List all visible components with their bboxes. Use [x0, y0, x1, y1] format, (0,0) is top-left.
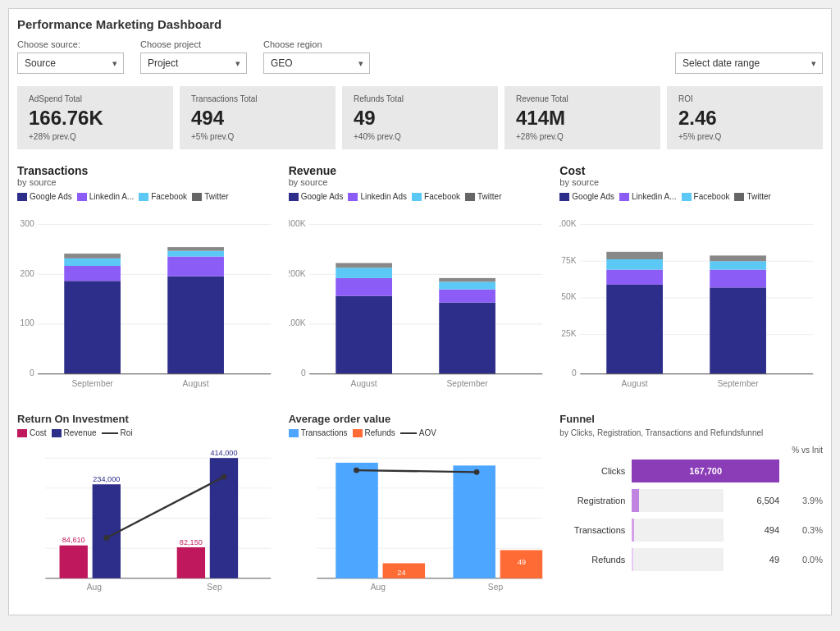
kpi-refunds: Refunds Total 49 +40% prev.Q	[342, 86, 498, 149]
rev-legend-facebook: Facebook	[412, 192, 460, 201]
region-label: Choose region	[263, 39, 370, 49]
svg-rect-52	[710, 287, 767, 373]
revenue-chart-title: Revenue	[289, 164, 552, 177]
region-select[interactable]: GEO	[263, 53, 370, 74]
charts-row: Transactions by source Google Ads Linked…	[17, 164, 823, 398]
funnel-pct-registration: 3.9%	[786, 496, 823, 505]
funnel-panel: Funnel by Clicks, Registration, Transact…	[559, 413, 823, 606]
funnel-pct-refunds: 0.0%	[786, 555, 823, 565]
svg-rect-12	[167, 277, 224, 374]
cost-legend-facebook: Facebook	[682, 192, 730, 201]
svg-text:September: September	[446, 379, 488, 388]
rev-legend-color-google	[289, 193, 299, 201]
roi-legend-label-cost: Cost	[30, 428, 47, 437]
svg-rect-8	[64, 281, 121, 373]
date-range-select-wrapper[interactable]: Select date range	[675, 53, 823, 74]
svg-rect-27	[336, 296, 392, 374]
aov-legend-aov: AOV	[400, 428, 436, 437]
revenue-chart-panel: Revenue by source Google Ads Linkedin Ad…	[289, 164, 552, 398]
svg-rect-14	[167, 251, 224, 257]
roi-legend-label-roi: Roi	[121, 428, 133, 437]
rev-legend-google: Google Ads	[289, 192, 344, 201]
funnel-row-clicks: Clicks 167,700	[559, 460, 823, 482]
region-filter-group: Choose region GEO	[263, 39, 370, 74]
svg-text:24: 24	[397, 569, 405, 577]
funnel-pct-transactions: 0.3%	[786, 525, 823, 535]
kpi-roi: ROI 2.46 +5% prev.Q	[667, 86, 823, 149]
svg-rect-29	[336, 267, 392, 278]
source-select-wrapper[interactable]: Source	[17, 53, 124, 74]
kpi-adspend: AdSpend Total 166.76K +28% prev.Q	[17, 86, 173, 149]
cost-legend: Google Ads Linkedin A... Facebook Twitte…	[559, 192, 823, 201]
source-select[interactable]: Source	[17, 53, 124, 74]
legend-item-facebook: Facebook	[139, 192, 187, 201]
svg-rect-30	[336, 263, 392, 268]
aov-legend-color-aov	[400, 432, 417, 434]
kpi-row: AdSpend Total 166.76K +28% prev.Q Transa…	[17, 86, 823, 149]
aov-chart-svg: 250 24 244 49 Aug Sep	[289, 444, 552, 604]
svg-text:0: 0	[572, 368, 577, 377]
aov-legend-color-transactions	[289, 429, 299, 437]
svg-rect-51	[607, 252, 664, 259]
svg-rect-81	[336, 463, 378, 578]
cost-legend-color-twitter	[734, 193, 744, 201]
svg-text:244: 244	[468, 456, 480, 464]
kpi-adspend-label: AdSpend Total	[29, 94, 162, 103]
svg-rect-10	[64, 258, 121, 266]
svg-text:84,610: 84,610	[62, 536, 85, 544]
svg-rect-32	[439, 290, 495, 303]
svg-text:100: 100	[20, 318, 34, 327]
roi-legend-roi: Roi	[102, 428, 133, 437]
kpi-refunds-label: Refunds Total	[354, 94, 486, 103]
svg-text:August: August	[350, 379, 377, 388]
svg-rect-53	[710, 270, 767, 288]
svg-text:200: 200	[20, 269, 34, 278]
funnel-value-clicks: 167,700	[689, 466, 722, 476]
roi-legend-cost: Cost	[17, 428, 47, 437]
project-filter-group: Choose project Project	[140, 39, 247, 74]
funnel-bar-transactions	[632, 519, 634, 542]
funnel-value-refunds: 49	[730, 555, 779, 565]
funnel-bar-container-registration	[632, 489, 724, 512]
filters-row: Choose source: Source Choose project Pro…	[17, 39, 823, 74]
dashboard: Performance Marketing Dashboard Choose s…	[8, 8, 832, 615]
rev-legend-label-facebook: Facebook	[424, 192, 460, 201]
funnel-bar-refunds	[632, 548, 633, 571]
funnel-label-transactions: Transactions	[559, 525, 625, 535]
project-select[interactable]: Project	[140, 53, 247, 74]
kpi-roi-change: +5% prev.Q	[678, 132, 811, 141]
cost-chart-svg: 100K 75K 50K 25K 0	[559, 208, 823, 396]
kpi-roi-label: ROI	[678, 94, 811, 103]
funnel-pct-header: % vs Init	[774, 446, 823, 455]
revenue-legend: Google Ads Linkedin Ads Facebook Twitter	[289, 192, 552, 201]
svg-text:49: 49	[518, 558, 526, 566]
date-range-select[interactable]: Select date range	[675, 53, 823, 74]
svg-text:300K: 300K	[289, 219, 306, 228]
aov-legend-refunds: Refunds	[353, 428, 395, 437]
cost-legend-color-linkedin	[619, 193, 629, 201]
region-select-wrapper[interactable]: GEO	[263, 53, 370, 74]
kpi-transactions-change: +5% prev.Q	[191, 132, 324, 141]
funnel-row-refunds: Refunds 49 0.0%	[559, 548, 823, 571]
transactions-legend: Google Ads Linkedin A... Facebook Twitte…	[17, 192, 281, 201]
svg-rect-66	[93, 484, 121, 578]
source-label: Choose source:	[17, 39, 124, 49]
cost-chart-title: Cost	[559, 164, 823, 177]
kpi-refunds-change: +40% prev.Q	[354, 132, 486, 141]
funnel-row-transactions: Transactions 494 0.3%	[559, 519, 823, 542]
funnel-title: Funnel	[559, 413, 823, 425]
project-select-wrapper[interactable]: Project	[140, 53, 247, 74]
funnel-bar-clicks: 167,700	[632, 460, 779, 482]
svg-rect-64	[60, 546, 88, 578]
kpi-refunds-value: 49	[354, 107, 486, 130]
svg-rect-82	[453, 465, 495, 578]
transactions-chart-panel: Transactions by source Google Ads Linked…	[17, 164, 281, 398]
svg-rect-11	[64, 254, 121, 258]
svg-text:Aug: Aug	[370, 583, 386, 592]
rev-legend-twitter: Twitter	[465, 192, 501, 201]
funnel-bar-container-transactions	[632, 519, 724, 542]
legend-item-linkedin: Linkedin A...	[77, 192, 134, 201]
svg-rect-31	[439, 303, 495, 374]
aov-legend: Transactions Refunds AOV	[289, 428, 552, 437]
kpi-revenue-change: +28% prev.Q	[516, 132, 649, 141]
